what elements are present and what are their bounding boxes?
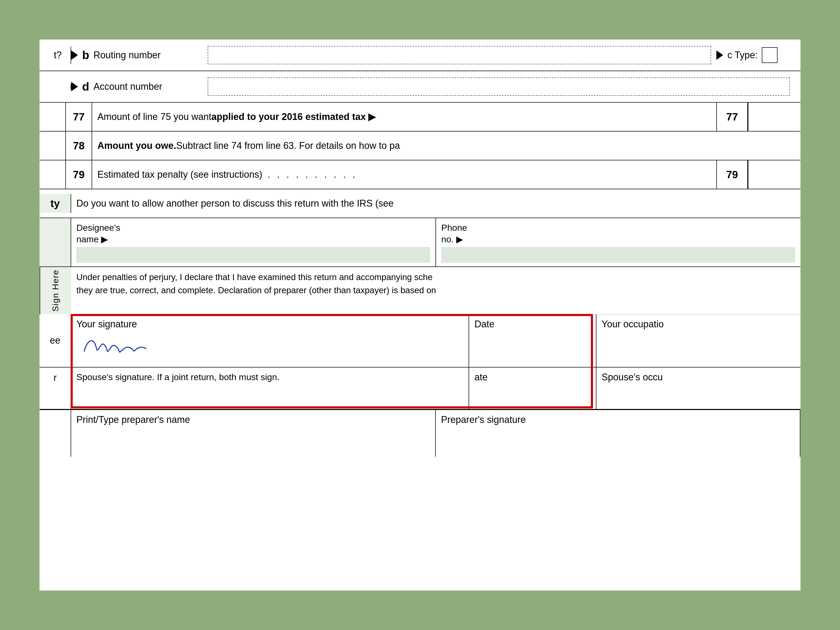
type-section: c Type:	[716, 47, 795, 63]
date-label: Date	[474, 318, 591, 330]
designee-question: Do you want to allow another person to d…	[71, 194, 801, 213]
type-checkbox[interactable]	[762, 47, 777, 63]
spouse-date-col[interactable]: ate	[469, 368, 596, 409]
preparer-name-label: Print/Type preparer's name	[76, 414, 430, 426]
row-77: 77 Amount of line 75 you want applied to…	[39, 103, 801, 131]
spouse-row: r Spouse's signature. If a joint return,…	[39, 367, 801, 409]
type-label: c Type:	[727, 49, 758, 62]
row-79-value[interactable]	[748, 160, 801, 189]
account-field[interactable]	[208, 77, 790, 96]
designee-name-label: Designee's	[76, 222, 430, 234]
account-left-partial	[45, 84, 71, 89]
designee-phone-label: Phone	[441, 222, 795, 234]
spouse-occ-label: Spouse's occu	[602, 371, 795, 384]
account-arrow-icon	[71, 82, 78, 92]
type-arrow-icon	[716, 51, 723, 60]
row-78-content: Amount you owe. Subtract line 74 from li…	[92, 131, 801, 160]
routing-arrow-label: b Routing number	[71, 47, 202, 63]
designee-name-field[interactable]	[76, 247, 430, 263]
row-78-number: 78	[66, 131, 92, 160]
account-letter: d	[82, 79, 89, 94]
designee-phone-sub: no. ▶	[441, 234, 795, 245]
designee-phone-field[interactable]	[441, 247, 795, 263]
row-79: 79 Estimated tax penalty (see instructio…	[39, 160, 801, 189]
designee-header: ty Do you want to allow another person t…	[39, 189, 801, 218]
signature-main[interactable]: Your signature	[71, 314, 469, 367]
signature-occ-col[interactable]: Your occupatio	[597, 314, 801, 367]
row-77-line-num: 77	[716, 103, 748, 131]
account-label: Account number	[93, 81, 162, 93]
signature-drawing	[76, 333, 463, 362]
routing-arrow-icon	[71, 51, 78, 60]
form-container: t? b Routing number c Type: d Account nu…	[39, 39, 801, 591]
designee-left	[39, 218, 71, 267]
row-77-number: 77	[66, 103, 92, 131]
row-79-dots: . . . . . . . . . .	[267, 169, 357, 181]
form-inner: t? b Routing number c Type: d Account nu…	[39, 39, 801, 591]
designee-name-sub: name ▶	[76, 234, 430, 245]
row-79-left	[39, 160, 66, 189]
routing-row: t? b Routing number c Type:	[39, 39, 801, 71]
row-78-bold: Amount you owe.	[97, 140, 176, 152]
your-signature-label: Your signature	[76, 318, 463, 330]
routing-label: Routing number	[93, 49, 161, 62]
preparer-left-col	[39, 410, 71, 457]
designee-phone-area: Phone no. ▶	[436, 218, 801, 267]
account-row: d Account number	[39, 71, 801, 103]
row-78-left	[39, 131, 66, 160]
sign-left-label: Sign Here	[39, 267, 71, 314]
sign-section: Sign Here Under penalties of perjury, I …	[39, 267, 801, 409]
occ-label: Your occupatio	[602, 318, 795, 330]
row-79-line-num: 79	[716, 160, 748, 189]
row-77-value[interactable]	[748, 103, 801, 131]
spouse-date-label: ate	[474, 371, 591, 384]
row-79-number: 79	[66, 160, 92, 189]
preparer-name-col[interactable]: Print/Type preparer's name	[71, 410, 436, 457]
row-78-text: Subtract line 74 from line 63. For detai…	[176, 140, 400, 152]
signature-row: ee Your signature Date	[39, 314, 801, 367]
spouse-occ-col[interactable]: Spouse's occu	[597, 368, 801, 409]
row-79-content: Estimated tax penalty (see instructions)…	[92, 160, 716, 189]
routing-letter: b	[82, 47, 89, 63]
preparer-row: Print/Type preparer's name Preparer's si…	[39, 409, 801, 457]
sign-ee-label: ee	[39, 314, 71, 367]
signature-date-col[interactable]: Date	[469, 314, 596, 367]
preparer-sig-label: Preparer's signature	[441, 414, 794, 426]
perjury-row: Sign Here Under penalties of perjury, I …	[39, 267, 801, 314]
perjury-text: Under penalties of perjury, I declare th…	[71, 267, 801, 314]
designee-label: ty	[39, 194, 71, 213]
signature-section: ee Your signature Date	[39, 314, 801, 409]
preparer-sig-col[interactable]: Preparer's signature	[436, 410, 801, 457]
spouse-sig-col[interactable]: Spouse's signature. If a joint return, b…	[71, 368, 469, 409]
designee-name-area: Designee's name ▶	[71, 218, 436, 267]
designee-row: Designee's name ▶ Phone no. ▶	[39, 218, 801, 267]
sign-r-label: r	[39, 368, 71, 409]
spouse-sig-label: Spouse's signature. If a joint return, b…	[76, 371, 463, 383]
account-arrow-label: d Account number	[71, 79, 202, 94]
routing-field[interactable]	[208, 46, 711, 64]
row-77-left	[39, 103, 66, 131]
row-77-content: Amount of line 75 you want applied to yo…	[92, 103, 716, 131]
row-78: 78 Amount you owe. Subtract line 74 from…	[39, 131, 801, 160]
routing-left-partial: t?	[45, 46, 71, 64]
